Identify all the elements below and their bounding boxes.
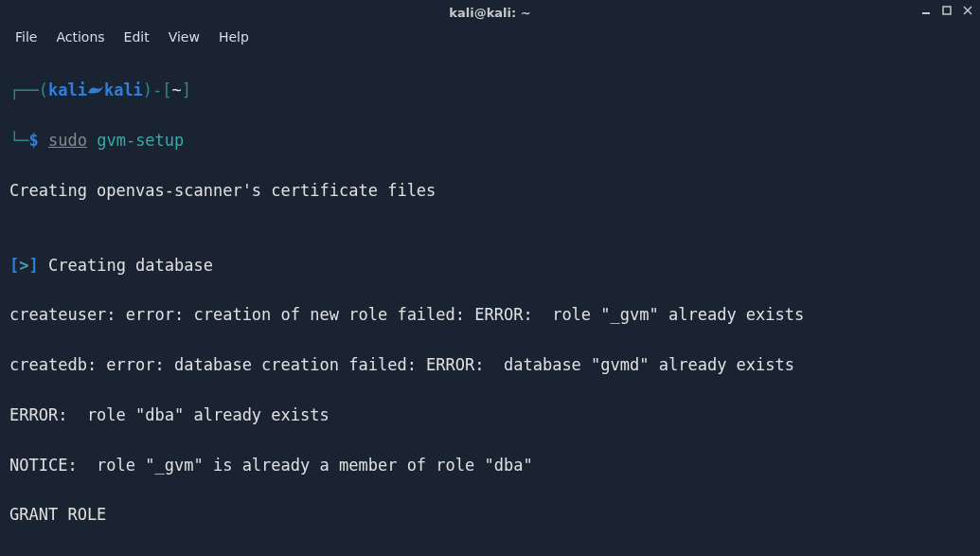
maximize-button[interactable] — [940, 4, 953, 17]
svg-rect-1 — [943, 7, 951, 14]
maximize-icon — [941, 5, 953, 16]
command-text: gvm-setup — [97, 131, 184, 150]
output-line: ERROR: extension "uuid-ossp" already exi… — [9, 552, 971, 556]
window-controls — [919, 4, 974, 17]
prompt-path: ~ — [172, 81, 182, 99]
output-line: Creating openvas-scanner's certificate f… — [9, 178, 971, 203]
command-sudo: sudo — [48, 131, 87, 150]
output-line: ERROR: role "dba" already exists — [9, 403, 971, 427]
terminal-body[interactable]: ┌──(kalikali)-[~] └─$ sudo gvm-setup Cre… — [0, 49, 980, 556]
menu-file[interactable]: File — [8, 27, 45, 46]
prompt-line-1: ┌──(kalikali)-[~] — [9, 78, 971, 102]
prompt-host: kali — [104, 81, 143, 99]
window-titlebar: kali@kali: ~ — [0, 0, 980, 25]
menu-actions[interactable]: Actions — [48, 27, 112, 46]
prompt-dollar: $ — [28, 131, 38, 150]
menubar: File Actions Edit View Help — [0, 25, 980, 49]
close-button[interactable] — [961, 4, 974, 17]
output-line: [>] Creating database — [9, 253, 971, 278]
minimize-button[interactable] — [919, 4, 933, 17]
output-line: createdb: error: database creation faile… — [9, 352, 971, 377]
close-icon — [962, 5, 973, 16]
menu-edit[interactable]: Edit — [116, 27, 157, 46]
prompt-line-2: └─$ sudo gvm-setup — [9, 128, 971, 152]
output-line: NOTICE: role "_gvm" is already a member … — [9, 453, 971, 477]
output-line: GRANT ROLE — [9, 502, 971, 527]
menu-view[interactable]: View — [161, 27, 207, 46]
minimize-icon — [920, 5, 932, 16]
prompt-user: kali — [48, 81, 87, 99]
kali-dragon-icon — [87, 80, 104, 93]
output-line: createuser: error: creation of new role … — [9, 302, 971, 327]
window-title: kali@kali: ~ — [449, 6, 530, 20]
menu-help[interactable]: Help — [211, 27, 257, 46]
